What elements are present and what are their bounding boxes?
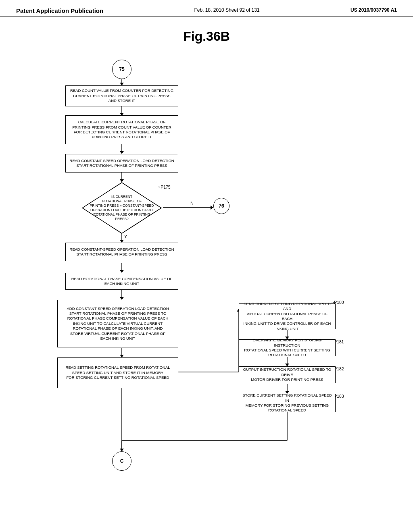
circle-76: 76 (213, 198, 229, 214)
svg-marker-12 (120, 240, 124, 243)
end-circle-c: C (112, 451, 131, 471)
p181-box: OVERWRITE MEMORY FOR STORING INSTRUCTION… (239, 339, 336, 356)
header-center: Feb. 18, 2010 Sheet 92 of 131 (194, 7, 260, 13)
flowchart: N Y (33, 54, 380, 497)
svg-marker-19 (120, 355, 124, 357)
p182-box: OUTPUT INSTRUCTION ROTATIONAL SPEED TO D… (239, 366, 336, 383)
p183-box: STORE CURRENT SETTING ROTATIONAL SPEED I… (239, 394, 336, 412)
svg-marker-33 (120, 449, 124, 451)
page-header: Patent Application Publication Feb. 18, … (0, 0, 413, 17)
svg-marker-5 (120, 151, 124, 154)
p175-diamond: IS CURRENTROTATIONAL PHASE OFPRINTING PR… (81, 182, 162, 234)
svg-marker-26 (285, 364, 289, 366)
start-circle-75: 75 (112, 60, 131, 79)
svg-text:Y: Y (124, 234, 127, 239)
p172-box: READ COUNT VALUE FROM COUNTER FOR DETECT… (65, 85, 178, 106)
p177-box: READ ROTATIONAL PHASE COMPENSATION VALUE… (65, 273, 178, 290)
p176-box: READ CONSTANT-SPEED OPERATION LOAD DETEC… (65, 243, 178, 261)
header-left: Patent Application Publication (16, 7, 103, 14)
fig-title: Fig.36B (183, 29, 230, 44)
svg-marker-17 (120, 297, 124, 300)
p180-box: SEND CURRENT SETTING ROTATIONAL SPEED AN… (239, 303, 336, 329)
header-right: US 2010/0037790 A1 (350, 7, 397, 13)
svg-marker-9 (211, 206, 213, 210)
p174-box: READ CONSTANT-SPEED OPERATION LOAD DETEC… (65, 154, 178, 172)
svg-marker-1 (120, 83, 124, 85)
svg-text:N: N (190, 201, 194, 206)
p179-box: READ SETTING ROTATIONAL SPEED FROM ROTAT… (57, 357, 178, 388)
p173-box: CALCULATE CURRENT ROTATIONAL PHASE OFPRI… (65, 115, 178, 144)
p178-box: ADD CONSTANT-SPEED OPERATION LOAD DETECT… (57, 300, 178, 347)
svg-marker-15 (120, 270, 124, 273)
main-content: Fig.36B N (0, 17, 413, 505)
